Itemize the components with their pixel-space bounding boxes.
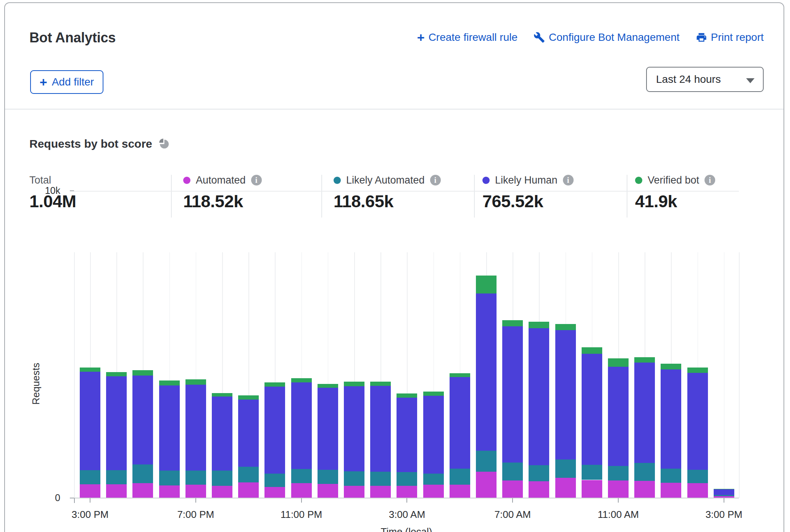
bar-segment-likely-human[interactable] [450, 377, 470, 469]
bar-segment-automated[interactable] [450, 485, 470, 498]
bar-segment-automated[interactable] [344, 486, 364, 498]
bar-segment-verified-bot[interactable] [397, 393, 417, 397]
bar-segment-verified-bot[interactable] [318, 384, 338, 388]
bar-segment-likely-human[interactable] [370, 386, 391, 472]
bar-segment-likely-automated[interactable] [370, 472, 391, 486]
add-filter-button[interactable]: + Add filter [30, 70, 103, 94]
bar-segment-likely-automated[interactable] [212, 471, 232, 485]
bar-segment-likely-automated[interactable] [132, 464, 153, 483]
create-firewall-rule-link[interactable]: + Create firewall rule [417, 31, 518, 44]
bar-segment-automated[interactable] [502, 480, 523, 498]
bar-segment-likely-automated[interactable] [397, 472, 417, 486]
bar-segment-likely-human[interactable] [291, 382, 312, 469]
bar-segment-automated[interactable] [185, 485, 206, 498]
bar-segment-likely-automated[interactable] [450, 469, 470, 485]
bar-segment-likely-human[interactable] [687, 373, 708, 470]
bar-segment-likely-human[interactable] [529, 328, 549, 465]
bar-segment-automated[interactable] [582, 480, 602, 498]
configure-bot-management-link[interactable]: Configure Bot Management [534, 31, 679, 44]
bar-segment-likely-human[interactable] [397, 398, 417, 472]
bar-segment-likely-automated[interactable] [582, 465, 602, 480]
print-report-link[interactable]: Print report [696, 31, 764, 44]
bar-segment-verified-bot[interactable] [687, 368, 708, 373]
bar-segment-likely-human[interactable] [106, 376, 127, 470]
bar-segment-automated[interactable] [661, 483, 681, 498]
bar-segment-likely-human[interactable] [714, 489, 734, 495]
bar-segment-automated[interactable] [238, 482, 259, 498]
bar-segment-automated[interactable] [212, 486, 232, 498]
bar-segment-verified-bot[interactable] [132, 370, 153, 376]
bar-segment-verified-bot[interactable] [212, 393, 232, 397]
bar-segment-likely-automated[interactable] [159, 471, 180, 485]
info-icon[interactable]: i [251, 175, 262, 185]
bar-segment-verified-bot[interactable] [714, 489, 734, 489]
bar-segment-verified-bot[interactable] [582, 347, 602, 354]
bar-segment-likely-human[interactable] [80, 372, 100, 470]
bar-segment-likely-automated[interactable] [608, 466, 629, 480]
bar-segment-verified-bot[interactable] [238, 395, 259, 400]
bar-segment-verified-bot[interactable] [370, 382, 391, 386]
bar-segment-likely-automated[interactable] [634, 463, 655, 481]
bar-segment-likely-automated[interactable] [80, 470, 100, 484]
bar-segment-likely-automated[interactable] [185, 471, 206, 485]
bar-segment-likely-automated[interactable] [106, 470, 127, 484]
bar-segment-automated[interactable] [106, 484, 127, 498]
bar-segment-automated[interactable] [159, 485, 180, 498]
bar-segment-likely-human[interactable] [264, 387, 285, 474]
bar-segment-verified-bot[interactable] [608, 358, 629, 367]
bar-segment-likely-automated[interactable] [423, 474, 444, 485]
bar-segment-automated[interactable] [370, 486, 391, 498]
bar-segment-likely-automated[interactable] [714, 495, 734, 496]
bar-segment-likely-human[interactable] [423, 396, 444, 474]
bar-segment-verified-bot[interactable] [529, 322, 549, 328]
bar-segment-automated[interactable] [423, 485, 444, 498]
bar-segment-likely-automated[interactable] [555, 459, 576, 478]
bar-segment-verified-bot[interactable] [555, 324, 576, 330]
bar-segment-likely-human[interactable] [318, 388, 338, 470]
bar-segment-verified-bot[interactable] [344, 382, 364, 386]
time-range-select[interactable]: Last 24 hours [646, 67, 764, 92]
bar-segment-automated[interactable] [687, 483, 708, 498]
bar-segment-likely-automated[interactable] [344, 471, 364, 486]
bar-segment-likely-automated[interactable] [687, 470, 708, 483]
bar-segment-automated[interactable] [397, 486, 417, 498]
bar-segment-likely-automated[interactable] [264, 474, 285, 487]
bar-segment-likely-human[interactable] [132, 376, 153, 464]
bar-segment-likely-human[interactable] [344, 386, 364, 471]
bar-segment-verified-bot[interactable] [264, 382, 285, 386]
bar-segment-verified-bot[interactable] [502, 320, 523, 326]
bar-segment-likely-automated[interactable] [529, 465, 549, 481]
bar-segment-likely-human[interactable] [555, 330, 576, 459]
bar-segment-likely-human[interactable] [582, 354, 602, 465]
bar-segment-automated[interactable] [555, 478, 576, 498]
bar-segment-verified-bot[interactable] [80, 368, 100, 372]
bar-segment-automated[interactable] [132, 483, 153, 498]
bar-segment-likely-automated[interactable] [502, 463, 523, 480]
bar-segment-automated[interactable] [318, 484, 338, 498]
bar-segment-verified-bot[interactable] [634, 357, 655, 363]
bar-segment-verified-bot[interactable] [423, 392, 444, 395]
bar-segment-likely-human[interactable] [238, 400, 259, 466]
bar-segment-verified-bot[interactable] [450, 373, 470, 377]
bar-segment-likely-automated[interactable] [238, 467, 259, 482]
info-icon[interactable]: i [563, 175, 574, 185]
bar-segment-verified-bot[interactable] [185, 379, 206, 385]
bar-segment-verified-bot[interactable] [661, 364, 681, 369]
bar-segment-likely-human[interactable] [661, 369, 681, 469]
bar-segment-likely-automated[interactable] [476, 451, 497, 472]
bar-segment-verified-bot[interactable] [106, 372, 127, 376]
bar-segment-likely-human[interactable] [476, 293, 497, 451]
bar-segment-likely-human[interactable] [634, 363, 655, 463]
info-icon[interactable]: i [430, 175, 441, 185]
bar-segment-likely-human[interactable] [185, 385, 206, 471]
bar-segment-automated[interactable] [529, 481, 549, 498]
bar-segment-likely-human[interactable] [159, 385, 180, 471]
bar-segment-likely-automated[interactable] [318, 470, 338, 484]
bar-segment-verified-bot[interactable] [291, 378, 312, 382]
bar-segment-likely-human[interactable] [608, 367, 629, 466]
bar-segment-likely-automated[interactable] [661, 469, 681, 483]
bar-segment-automated[interactable] [608, 480, 629, 498]
bar-segment-likely-automated[interactable] [291, 469, 312, 483]
bar-segment-verified-bot[interactable] [476, 276, 497, 293]
info-icon[interactable]: i [705, 175, 715, 185]
